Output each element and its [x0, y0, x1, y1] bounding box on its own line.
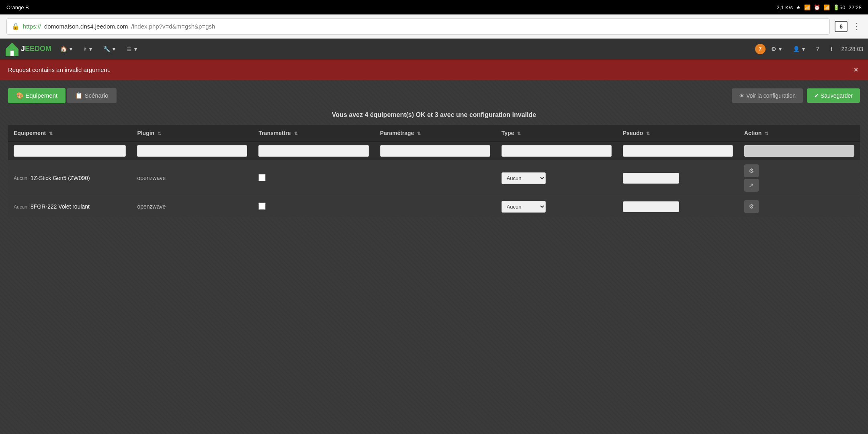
row1-plugin: openzwave	[137, 175, 166, 181]
row1-pseudo-input[interactable]	[623, 173, 679, 184]
carrier-label: Orange B	[6, 4, 29, 10]
nav-menu[interactable]: ☰ ▾	[121, 39, 143, 59]
filter-plugin-input[interactable]	[137, 145, 247, 157]
main-content: 🎨 Equipement 📋 Scénario 👁 Voir la config…	[0, 80, 868, 434]
lock-icon: 🔒	[12, 23, 20, 30]
th-plugin: Plugin ⇅	[131, 125, 253, 141]
nav-help[interactable]: ?	[811, 39, 825, 59]
row2-prefix: Aucun	[14, 204, 27, 210]
filter-plugin-cell	[131, 141, 253, 160]
sort-pseudo-icon[interactable]: ⇅	[646, 131, 650, 136]
row1-transmettre-cell	[253, 160, 374, 196]
row1-settings-button[interactable]: ⚙	[744, 164, 759, 177]
row1-type-cell: Aucun	[496, 160, 617, 196]
logo[interactable]: JEEDOM	[5, 42, 51, 56]
battery-label: 🔋50	[833, 4, 845, 10]
filter-type-cell	[496, 141, 617, 160]
alarm-icon: ⏰	[814, 4, 820, 10]
menu-icon: ☰	[127, 46, 132, 52]
row2-transmettre-cell	[253, 196, 374, 217]
alert-message: Request contains an invalid argument.	[8, 66, 111, 73]
row2-transmettre-checkbox[interactable]	[258, 203, 266, 210]
speed-label: 2,1 K/s	[777, 4, 793, 10]
row1-equipement-cell: Aucun 1Z-Stick Gen5 (ZW090)	[8, 160, 131, 196]
nav-plugin[interactable]: ⚕ ▾	[78, 39, 98, 59]
filter-transmettre-input[interactable]	[258, 145, 368, 157]
signal-icon: 📶	[804, 4, 811, 10]
th-transmettre: Transmettre ⇅	[253, 125, 374, 141]
row1-type-select[interactable]: Aucun	[502, 172, 546, 184]
table-header: Equipement ⇅ Plugin ⇅ Transmettre ⇅ Para…	[8, 125, 860, 141]
filter-type-input[interactable]	[502, 145, 612, 157]
nav-user[interactable]: 👤 ▾	[787, 39, 811, 59]
th-type: Type ⇅	[496, 125, 617, 141]
nav-bar: JEEDOM 🏠 ▾ ⚕ ▾ 🔧 ▾ ☰ ▾ 7 ⚙ ▾ 👤 ▾ ? ℹ 22:…	[0, 39, 868, 59]
notification-badge[interactable]: 7	[755, 44, 766, 54]
filter-action-input[interactable]	[744, 145, 854, 157]
home-icon: 🏠	[60, 46, 67, 52]
browser-bar: 🔒 https://domomaison.dns4.jeedom.com/ind…	[0, 14, 868, 39]
home-arrow: ▾	[70, 46, 72, 52]
sort-action-icon[interactable]: ⇅	[765, 131, 768, 136]
th-action: Action ⇅	[739, 125, 860, 141]
row2-pseudo-input[interactable]	[623, 201, 679, 212]
filter-action-cell	[739, 141, 860, 160]
table-row: Aucun 8FGR-222 Volet roulant openzwave A…	[8, 196, 860, 217]
equipment-table: Equipement ⇅ Plugin ⇅ Transmettre ⇅ Para…	[8, 125, 860, 217]
tool-arrow: ▾	[113, 46, 115, 52]
tab-scenario[interactable]: 📋 Scénario	[67, 88, 116, 103]
sort-parametrage-icon[interactable]: ⇅	[417, 131, 421, 136]
info-text: Vous avez 4 équipement(s) OK et 3 avec u…	[8, 111, 860, 119]
logo-icon	[5, 42, 19, 56]
filter-parametrage-cell	[375, 141, 496, 160]
row2-action-btns: ⚙	[744, 200, 854, 213]
row1-parametrage-cell	[375, 160, 496, 196]
nav-home[interactable]: 🏠 ▾	[55, 39, 78, 59]
alert-banner: Request contains an invalid argument. ×	[0, 59, 868, 80]
filter-row	[8, 141, 860, 160]
row1-action-cell: ⚙ ↗	[739, 160, 860, 196]
row1-open-button[interactable]: ↗	[744, 179, 759, 192]
url-domain: domomaison.dns4.jeedom.com	[44, 23, 128, 30]
filter-equipement-input[interactable]	[14, 145, 126, 157]
filter-pseudo-input[interactable]	[623, 145, 733, 157]
nav-info[interactable]: ℹ	[825, 39, 838, 59]
bluetooth-icon: ★	[796, 4, 801, 10]
tool-icon: 🔧	[103, 46, 110, 52]
sort-equipement-icon[interactable]: ⇅	[49, 131, 53, 136]
wifi-icon: 📶	[823, 4, 830, 10]
info-icon: ℹ	[831, 46, 833, 52]
user-icon: 👤	[793, 46, 800, 52]
menu-arrow: ▾	[134, 46, 137, 52]
sort-type-icon[interactable]: ⇅	[517, 131, 521, 136]
row2-name: 8FGR-222 Volet roulant	[31, 203, 90, 210]
row1-transmettre-checkbox[interactable]	[258, 174, 266, 181]
tab-count[interactable]: 6	[835, 21, 848, 32]
filter-parametrage-input[interactable]	[380, 145, 490, 157]
svg-rect-1	[10, 51, 14, 56]
nav-time: 22:28:03	[838, 46, 864, 52]
status-bar-right: 2,1 K/s ★ 📶 ⏰ 📶 🔋50 22:28	[777, 4, 862, 10]
row2-action-cell: ⚙	[739, 196, 860, 217]
row2-parametrage-cell	[375, 196, 496, 217]
nav-settings[interactable]: ⚙ ▾	[766, 39, 787, 59]
alert-close-button[interactable]: ×	[852, 65, 860, 74]
nav-tool[interactable]: 🔧 ▾	[98, 39, 121, 59]
row2-settings-button[interactable]: ⚙	[744, 200, 759, 213]
voir-config-button[interactable]: 👁 Voir la configuration	[732, 88, 803, 103]
url-path: /index.php?v=d&m=gsh&p=gsh	[131, 23, 215, 30]
row1-pseudo-cell	[617, 160, 739, 196]
row1-action-btns: ⚙ ↗	[744, 164, 854, 192]
sort-transmettre-icon[interactable]: ⇅	[294, 131, 298, 136]
sauvegarder-button[interactable]: ✔ Sauvegarder	[807, 88, 860, 103]
tab-equipement[interactable]: 🎨 Equipement	[8, 88, 66, 103]
url-bar[interactable]: 🔒 https://domomaison.dns4.jeedom.com/ind…	[6, 18, 830, 35]
row1-plugin-cell: openzwave	[131, 160, 253, 196]
filter-transmettre-cell	[253, 141, 374, 160]
sort-plugin-icon[interactable]: ⇅	[158, 131, 161, 136]
status-bar: Orange B 2,1 K/s ★ 📶 ⏰ 📶 🔋50 22:28	[0, 0, 868, 14]
row2-plugin: openzwave	[137, 203, 166, 210]
row1-prefix: Aucun	[14, 176, 27, 181]
row2-type-select[interactable]: Aucun	[502, 201, 546, 213]
browser-menu-icon[interactable]: ⋮	[852, 21, 862, 32]
